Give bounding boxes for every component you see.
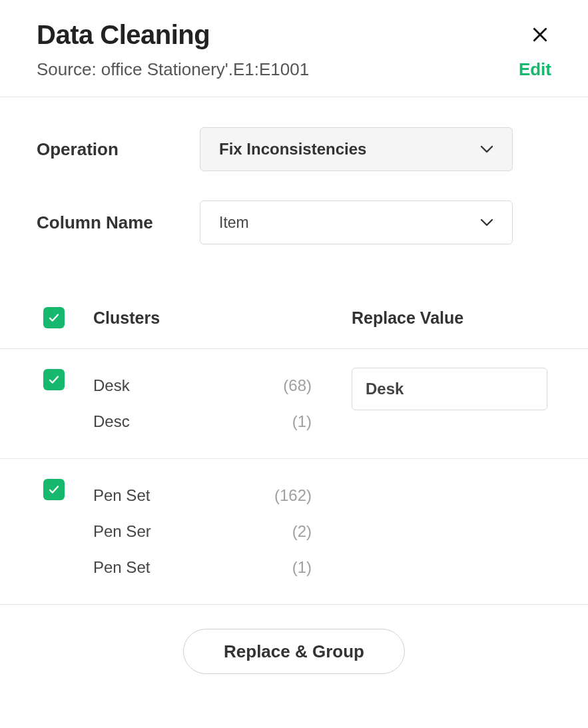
replace-and-group-button[interactable]: Replace & Group bbox=[183, 629, 405, 674]
dialog-container: Data Cleaning Source: office Stationery'… bbox=[0, 0, 588, 707]
dialog-footer: Replace & Group bbox=[0, 605, 588, 707]
clusters-header: Clusters bbox=[93, 308, 352, 328]
cluster-check-cell bbox=[37, 478, 93, 585]
cluster-item: Desk (68) bbox=[93, 368, 338, 404]
cluster-item-name: Desc bbox=[93, 412, 130, 431]
cluster-item: Pen Set (162) bbox=[93, 478, 338, 514]
title-row: Data Cleaning bbox=[37, 20, 551, 50]
cluster-group: Pen Set (162) Pen Ser (2) Pen Set (1) bbox=[0, 459, 588, 605]
cluster-item: Pen Set (1) bbox=[93, 549, 338, 585]
cluster-item-count: (1) bbox=[292, 412, 338, 431]
replace-header: Replace Value bbox=[352, 308, 551, 328]
select-all-checkbox[interactable] bbox=[43, 307, 65, 328]
cluster-item: Desc (1) bbox=[93, 404, 338, 440]
column-select[interactable]: Item bbox=[200, 200, 513, 244]
replace-value-text: Desk bbox=[366, 380, 404, 398]
replace-value-input[interactable]: Desk bbox=[352, 368, 547, 410]
cluster-checkbox[interactable] bbox=[43, 479, 65, 500]
table-header: Clusters Replace Value bbox=[0, 287, 588, 349]
dialog-header: Data Cleaning Source: office Stationery'… bbox=[0, 0, 588, 97]
operation-row: Operation Fix Inconsistencies bbox=[37, 127, 551, 171]
column-value: Item bbox=[219, 214, 249, 232]
chevron-down-icon bbox=[480, 145, 493, 153]
operation-value: Fix Inconsistencies bbox=[219, 140, 366, 159]
cluster-item-name: Pen Ser bbox=[93, 522, 151, 541]
operation-label: Operation bbox=[37, 139, 200, 160]
select-all-cell bbox=[37, 307, 93, 328]
source-text: Source: office Stationery'.E1:E1001 bbox=[37, 59, 309, 80]
column-label: Column Name bbox=[37, 212, 200, 233]
chevron-down-icon bbox=[480, 218, 493, 226]
form-area: Operation Fix Inconsistencies Column Nam… bbox=[0, 97, 588, 287]
dialog-title: Data Cleaning bbox=[37, 20, 210, 50]
cluster-item-count: (1) bbox=[292, 558, 338, 577]
cluster-item: Pen Ser (2) bbox=[93, 514, 338, 549]
cluster-item-count: (2) bbox=[292, 522, 338, 541]
action-button-label: Replace & Group bbox=[224, 641, 364, 662]
cluster-replace-cell bbox=[352, 478, 551, 585]
close-icon[interactable] bbox=[529, 21, 551, 49]
source-row: Source: office Stationery'.E1:E1001 Edit bbox=[37, 59, 551, 80]
source-prefix: Source: bbox=[37, 59, 101, 79]
cluster-checkbox[interactable] bbox=[43, 369, 65, 390]
cluster-item-name: Pen Set bbox=[93, 486, 150, 505]
cluster-item-name: Pen Set bbox=[93, 558, 150, 577]
cluster-replace-cell: Desk bbox=[352, 368, 551, 440]
edit-link[interactable]: Edit bbox=[519, 59, 551, 80]
cluster-group: Desk (68) Desc (1) Desk bbox=[0, 349, 588, 459]
cluster-check-cell bbox=[37, 368, 93, 440]
cluster-items: Desk (68) Desc (1) bbox=[93, 368, 352, 440]
source-value: office Stationery'.E1:E1001 bbox=[101, 59, 309, 79]
cluster-item-count: (162) bbox=[274, 486, 338, 505]
operation-select[interactable]: Fix Inconsistencies bbox=[200, 127, 513, 171]
column-row: Column Name Item bbox=[37, 200, 551, 244]
cluster-items: Pen Set (162) Pen Ser (2) Pen Set (1) bbox=[93, 478, 352, 585]
cluster-item-count: (68) bbox=[283, 376, 338, 395]
cluster-item-name: Desk bbox=[93, 376, 130, 395]
